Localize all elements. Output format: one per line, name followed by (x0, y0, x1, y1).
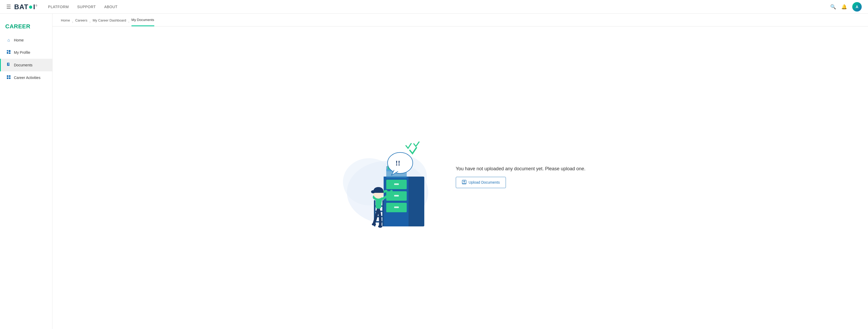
app-body: CAREER ⌂ Home My Profile (0, 14, 868, 329)
nav-link-about[interactable]: ABOUT (104, 5, 118, 9)
svg-rect-5 (8, 63, 9, 64)
svg-rect-0 (7, 50, 8, 52)
nav-link-support[interactable]: SUPPORT (77, 5, 96, 9)
sidebar: CAREER ⌂ Home My Profile (0, 14, 53, 329)
svg-point-35 (378, 225, 382, 228)
sidebar-item-home[interactable]: ⌂ Home (0, 34, 52, 46)
documents-illustration: !! (335, 124, 435, 230)
svg-rect-6 (8, 64, 9, 65)
career-activities-icon (6, 75, 11, 80)
svg-text:!!: !! (396, 159, 400, 167)
svg-rect-7 (8, 65, 9, 65)
svg-rect-11 (9, 77, 10, 79)
empty-message: You have not uploaded any document yet. … (456, 166, 586, 188)
breadcrumb-home[interactable]: Home (61, 19, 70, 26)
svg-rect-20 (394, 195, 399, 197)
breadcrumb-dashboard[interactable]: My Career Dashboard (93, 19, 126, 26)
breadcrumb-sep-2: › (90, 20, 91, 24)
sidebar-section-title: CAREER (0, 18, 52, 34)
logo-registered: ® (35, 4, 37, 7)
avatar[interactable]: A (852, 2, 862, 11)
svg-rect-3 (9, 53, 10, 54)
svg-rect-22 (394, 206, 399, 208)
sidebar-item-my-profile-label: My Profile (14, 51, 30, 55)
nav-link-platform[interactable]: PLATFORM (48, 5, 69, 9)
empty-state-text: You have not uploaded any document yet. … (456, 166, 586, 172)
search-icon[interactable]: 🔍 (830, 4, 836, 10)
svg-rect-9 (9, 75, 10, 77)
topnav-right: 🔍 🔔 A (830, 2, 862, 11)
sidebar-item-documents-label: Documents (14, 63, 33, 67)
bell-icon[interactable]: 🔔 (841, 4, 847, 10)
sidebar-item-career-activities-label: Career Activities (14, 75, 40, 80)
svg-point-34 (372, 223, 376, 226)
logo[interactable]: BAT●I® (14, 3, 37, 11)
top-navigation: ☰ BAT●I® PLATFORM SUPPORT ABOUT 🔍 🔔 A (0, 0, 868, 14)
breadcrumb-current: My Documents (131, 18, 154, 26)
nav-links: PLATFORM SUPPORT ABOUT (48, 5, 830, 9)
upload-button-label: Upload Documents (469, 180, 500, 185)
upload-icon (462, 180, 467, 185)
hamburger-menu-icon[interactable]: ☰ (6, 4, 11, 10)
breadcrumb-sep-3: › (128, 20, 129, 24)
breadcrumb: Home › Careers › My Career Dashboard › M… (53, 14, 868, 27)
logo-text: BAT●I® (14, 3, 37, 11)
sidebar-item-career-activities[interactable]: Career Activities (0, 71, 52, 84)
main-content: Home › Careers › My Career Dashboard › M… (53, 14, 868, 329)
svg-rect-10 (7, 77, 8, 79)
empty-state: !! You have not uploaded any document ye… (53, 27, 868, 327)
svg-point-37 (371, 190, 375, 193)
svg-rect-2 (9, 50, 10, 52)
sidebar-item-my-profile[interactable]: My Profile (0, 46, 52, 59)
sidebar-item-home-label: Home (14, 38, 24, 42)
breadcrumb-careers[interactable]: Careers (75, 19, 87, 26)
home-icon: ⌂ (6, 38, 11, 42)
breadcrumb-sep-1: › (72, 20, 73, 24)
profile-icon (6, 50, 11, 55)
svg-rect-18 (394, 184, 399, 185)
documents-icon (6, 62, 11, 68)
sidebar-item-documents[interactable]: Documents (0, 59, 52, 71)
svg-rect-8 (7, 75, 8, 77)
svg-rect-1 (7, 52, 8, 54)
upload-documents-button[interactable]: Upload Documents (456, 177, 506, 188)
